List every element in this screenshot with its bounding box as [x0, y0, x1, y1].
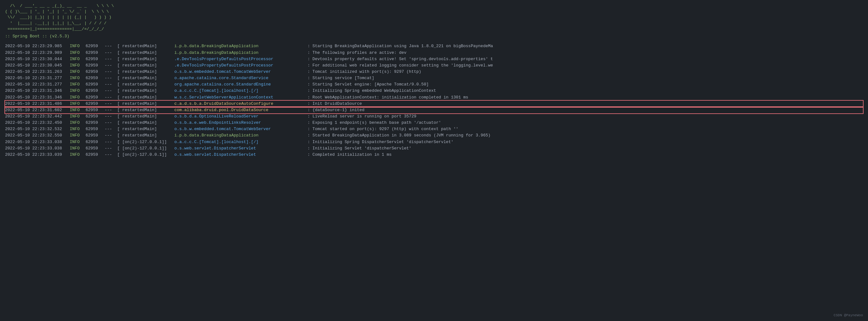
log-thread: [ restartedMain]	[117, 101, 174, 107]
log-message: : For additional web related logging con…	[308, 62, 863, 69]
log-logger: i.p.b.data.BreakingDataApplication	[174, 43, 308, 49]
log-row: 2022-05-10 22:23:33.038 INFO 62959 --- […	[5, 145, 863, 152]
log-level: INFO	[70, 94, 86, 101]
log-row: 2022-05-10 22:23:31.277 INFO 62959 --- […	[5, 81, 863, 88]
log-level: INFO	[70, 75, 86, 81]
log-timestamp: 2022-05-10 22:23:30.044	[5, 56, 68, 62]
log-level: INFO	[70, 50, 86, 56]
log-message: : Tomcat started on port(s): 9297 (http)…	[308, 126, 863, 132]
log-pid: 62959	[86, 43, 104, 49]
log-row: 2022-05-10 22:23:32.442 INFO 62959 --- […	[5, 113, 863, 120]
log-thread: [ [on(2)-127.0.0.1]]	[117, 139, 174, 145]
log-timestamp: 2022-05-10 22:23:31.486	[5, 101, 68, 107]
log-pid: 62959	[86, 56, 104, 62]
log-message: : Root WebApplicationContext: initializa…	[308, 94, 863, 101]
log-message: : Exposing 1 endpoint(s) beneath base pa…	[308, 120, 863, 126]
log-separator: ---	[104, 75, 117, 81]
log-logger: w.s.c.ServletWebServerApplicationContext	[174, 94, 308, 101]
log-timestamp: 2022-05-10 22:23:31.602	[5, 107, 68, 113]
log-timestamp: 2022-05-10 22:23:32.442	[5, 113, 68, 120]
log-separator: ---	[104, 126, 117, 132]
log-timestamp: 2022-05-10 22:23:32.532	[5, 126, 68, 132]
log-timestamp: 2022-05-10 22:23:29.989	[5, 50, 68, 56]
log-level: INFO	[70, 145, 86, 152]
log-thread: [ restartedMain]	[117, 107, 174, 113]
log-level: INFO	[70, 113, 86, 120]
log-logger: i.p.b.data.BreakingDataApplication	[174, 50, 308, 56]
log-row: 2022-05-10 22:23:30.045 INFO 62959 --- […	[5, 62, 863, 69]
log-pid: 62959	[86, 81, 104, 88]
log-separator: ---	[104, 62, 117, 69]
log-timestamp: 2022-05-10 22:23:29.985	[5, 43, 68, 49]
log-timestamp: 2022-05-10 22:23:31.263	[5, 69, 68, 75]
log-timestamp: 2022-05-10 22:23:31.277	[5, 75, 68, 81]
log-pid: 62959	[86, 139, 104, 145]
log-thread: [ restartedMain]	[117, 50, 174, 56]
log-level: INFO	[70, 56, 86, 62]
log-message: : Starting Servlet engine: [Apache Tomca…	[308, 81, 863, 88]
log-logger: o.apache.catalina.core.StandardService	[174, 75, 308, 81]
log-logger: c.a.d.s.b.a.DruidDataSourceAutoConfigure	[174, 101, 308, 107]
log-separator: ---	[104, 152, 117, 158]
log-message: : Init DruidDataSource	[308, 101, 863, 107]
log-container: 2022-05-10 22:23:29.985 INFO 62959 --- […	[5, 43, 863, 158]
log-pid: 62959	[86, 101, 104, 107]
log-message: : LiveReload server is running on port 3…	[308, 113, 863, 120]
log-level: INFO	[70, 139, 86, 145]
log-level: INFO	[70, 43, 86, 49]
log-pid: 62959	[86, 120, 104, 126]
log-message: : Starting service [Tomcat]	[308, 75, 863, 81]
log-level: INFO	[70, 69, 86, 75]
log-message: : Initializing Servlet 'dispatcherServle…	[308, 145, 863, 152]
log-row: 2022-05-10 22:23:31.602 INFO 62959 --- […	[5, 107, 863, 113]
log-thread: [ restartedMain]	[117, 56, 174, 62]
log-row: 2022-05-10 22:23:31.486 INFO 62959 --- […	[5, 101, 863, 107]
log-row: 2022-05-10 22:23:32.450 INFO 62959 --- […	[5, 120, 863, 126]
log-thread: [ restartedMain]	[117, 62, 174, 69]
log-separator: ---	[104, 43, 117, 49]
log-row: 2022-05-10 22:23:33.038 INFO 62959 --- […	[5, 139, 863, 145]
log-pid: 62959	[86, 69, 104, 75]
log-logger: o.s.web.servlet.DispatcherServlet	[174, 145, 308, 152]
log-timestamp: 2022-05-10 22:23:33.038	[5, 145, 68, 152]
log-level: INFO	[70, 101, 86, 107]
log-pid: 62959	[86, 94, 104, 101]
log-level: INFO	[70, 88, 86, 94]
log-pid: 62959	[86, 88, 104, 94]
log-timestamp: 2022-05-10 22:23:33.038	[5, 139, 68, 145]
log-level: INFO	[70, 81, 86, 88]
log-separator: ---	[104, 69, 117, 75]
log-thread: [ restartedMain]	[117, 94, 174, 101]
log-level: INFO	[70, 107, 86, 113]
log-row: 2022-05-10 22:23:31.346 INFO 62959 --- […	[5, 94, 863, 101]
log-row: 2022-05-10 22:23:29.989 INFO 62959 --- […	[5, 50, 863, 56]
log-level: INFO	[70, 62, 86, 69]
log-timestamp: 2022-05-10 22:23:31.277	[5, 81, 68, 88]
log-thread: [ [on(2)-127.0.0.1]]	[117, 145, 174, 152]
log-pid: 62959	[86, 113, 104, 120]
log-message: : Devtools property defaults active! Set…	[308, 56, 863, 62]
log-logger: o.a.c.c.C.[Tomcat].[localhost].[/]	[174, 139, 308, 145]
log-message: : {dataSource-1} inited	[308, 107, 863, 113]
log-pid: 62959	[86, 132, 104, 139]
log-separator: ---	[104, 101, 117, 107]
log-timestamp: 2022-05-10 22:23:31.346	[5, 88, 68, 94]
log-thread: [ restartedMain]	[117, 132, 174, 139]
log-thread: [ restartedMain]	[117, 126, 174, 132]
log-logger: o.s.b.d.a.OptionalLiveReloadServer	[174, 113, 308, 120]
log-separator: ---	[104, 88, 117, 94]
ascii-art: /\ / ___'_ __ _ _(_)_ __ __ _ \ \ \ \ ( …	[5, 3, 863, 32]
log-timestamp: 2022-05-10 22:23:32.450	[5, 120, 68, 126]
log-logger: o.s.b.a.e.web.EndpointLinksResolver	[174, 120, 308, 126]
log-separator: ---	[104, 107, 117, 113]
watermark: CSDN @PayneWoo	[834, 313, 863, 318]
log-row: 2022-05-10 22:23:30.044 INFO 62959 --- […	[5, 56, 863, 62]
log-message: : Started BreakingDataApplication in 3.0…	[308, 132, 863, 139]
log-separator: ---	[104, 56, 117, 62]
log-separator: ---	[104, 132, 117, 139]
log-separator: ---	[104, 120, 117, 126]
log-pid: 62959	[86, 75, 104, 81]
log-message: : Initializing Spring embedded WebApplic…	[308, 88, 863, 94]
log-row: 2022-05-10 22:23:31.263 INFO 62959 --- […	[5, 69, 863, 75]
log-thread: [ restartedMain]	[117, 75, 174, 81]
